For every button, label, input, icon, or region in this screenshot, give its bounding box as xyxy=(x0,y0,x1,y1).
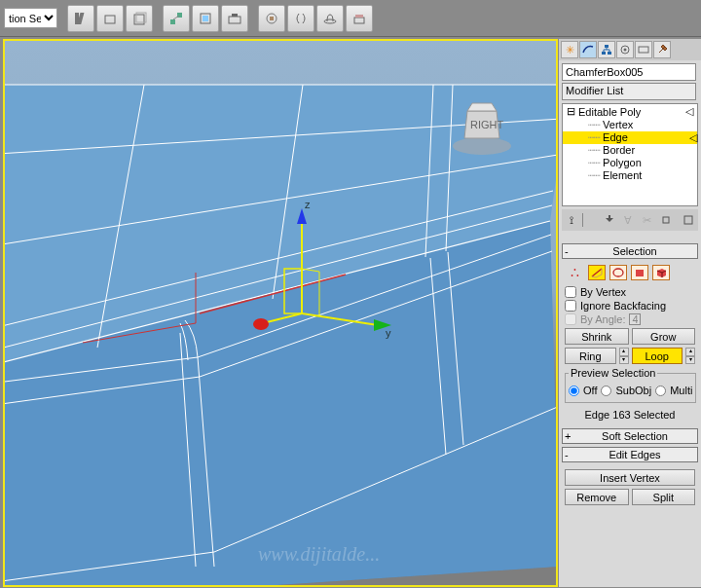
display-tab-icon[interactable] xyxy=(635,41,652,58)
svg-point-13 xyxy=(324,19,336,23)
svg-rect-53 xyxy=(602,52,606,55)
stack-sub-edge[interactable]: ┈┈ Edge◁ xyxy=(563,131,697,144)
svg-rect-5 xyxy=(170,19,175,24)
loop-button[interactable]: Loop xyxy=(632,348,683,364)
svg-rect-12 xyxy=(270,17,274,20)
svg-rect-61 xyxy=(636,270,644,276)
split-button[interactable]: Split xyxy=(632,489,696,505)
svg-point-56 xyxy=(624,49,627,52)
svg-rect-15 xyxy=(355,15,363,18)
create-tab-icon[interactable]: ✳ xyxy=(561,41,578,58)
svg-point-60 xyxy=(613,269,623,276)
stack-sub-vertex[interactable]: ┈┈ Vertex xyxy=(563,119,697,131)
by-angle-checkbox[interactable]: By Angle: xyxy=(565,313,695,325)
selection-rollout-header[interactable]: -Selection xyxy=(562,243,698,259)
border-subobj-icon[interactable] xyxy=(609,265,627,280)
motion-tab-icon[interactable] xyxy=(616,41,634,58)
svg-rect-14 xyxy=(354,18,364,23)
tool-icon-3[interactable] xyxy=(126,5,153,32)
stack-sub-border[interactable]: ┈┈ Border xyxy=(563,144,697,157)
by-vertex-checkbox[interactable]: By Vertex xyxy=(565,286,695,298)
selection-count-label: Edge 163 Selected xyxy=(565,404,695,423)
stack-sub-polygon[interactable]: ┈┈ Polygon xyxy=(563,157,697,169)
svg-text:z: z xyxy=(305,199,311,210)
tool-icon-2[interactable] xyxy=(96,5,124,32)
preview-off-radio[interactable] xyxy=(569,386,579,396)
ring-button[interactable]: Ring xyxy=(565,348,616,364)
configure-icon[interactable] xyxy=(658,212,673,228)
shrink-button[interactable]: Shrink xyxy=(565,328,629,345)
command-panel: ✳ Modifier List ⊟Editable Poly ◁ ┈┈ Vert… xyxy=(558,39,701,587)
ignore-backfacing-checkbox[interactable]: Ignore Backfacing xyxy=(565,300,695,312)
svg-rect-52 xyxy=(605,45,609,48)
pin-stack-icon[interactable]: ⟟ xyxy=(564,212,578,228)
tool-icon-4[interactable] xyxy=(163,5,190,32)
svg-rect-8 xyxy=(203,16,208,21)
loop-spinner[interactable]: ▴▾ xyxy=(685,348,695,364)
grow-button[interactable]: Grow xyxy=(632,328,696,345)
svg-point-49 xyxy=(453,137,511,155)
object-name-input[interactable] xyxy=(562,63,696,81)
svg-rect-57 xyxy=(639,47,648,53)
utilities-tab-icon[interactable] xyxy=(653,41,671,58)
svg-rect-9 xyxy=(229,17,240,23)
make-unique-icon[interactable]: ∀ xyxy=(620,212,635,228)
stack-editable-poly[interactable]: ⊟Editable Poly ◁ xyxy=(563,104,697,119)
svg-marker-51 xyxy=(467,103,497,111)
viewcube-right-label[interactable]: RIGHT xyxy=(470,119,504,130)
insert-vertex-button[interactable]: Insert Vertex xyxy=(565,469,695,486)
stack-options-icon[interactable] xyxy=(682,212,696,228)
edge-subobj-icon[interactable] xyxy=(588,265,606,280)
tool-icon-7[interactable] xyxy=(258,5,285,32)
remove-button[interactable]: Remove xyxy=(565,489,629,505)
viewport-perspective[interactable]: z y RIGHT www.dijitalde... xyxy=(3,39,558,587)
show-result-icon[interactable] xyxy=(602,212,616,228)
svg-point-45 xyxy=(253,318,269,330)
watermark: www.dijitalde... xyxy=(258,543,380,566)
svg-rect-54 xyxy=(608,52,611,55)
stack-sub-element[interactable]: ┈┈ Element xyxy=(563,169,697,182)
modifier-stack[interactable]: ⊟Editable Poly ◁ ┈┈ Vertex ┈┈ Edge◁ ┈┈ B… xyxy=(562,103,698,206)
tool-icon-9[interactable] xyxy=(316,5,344,32)
modify-tab-icon[interactable] xyxy=(579,41,597,58)
tool-icon-10[interactable] xyxy=(346,5,373,32)
element-subobj-icon[interactable] xyxy=(652,265,670,280)
soft-selection-rollout-header[interactable]: +Soft Selection xyxy=(562,428,698,444)
svg-rect-58 xyxy=(663,217,669,223)
svg-rect-2 xyxy=(105,16,115,23)
polygon-subobj-icon[interactable] xyxy=(631,265,648,280)
preview-multi-radio[interactable] xyxy=(655,386,666,396)
tool-icon-5[interactable] xyxy=(192,5,219,32)
tool-icon-1[interactable] xyxy=(67,5,94,32)
vertex-subobj-icon[interactable]: ∴ xyxy=(571,265,584,280)
hierarchy-tab-icon[interactable] xyxy=(598,41,615,58)
edit-edges-rollout-header[interactable]: -Edit Edges xyxy=(562,447,698,462)
svg-rect-10 xyxy=(232,14,238,17)
preview-selection-legend: Preview Selection xyxy=(569,367,657,379)
preview-subobj-radio[interactable] xyxy=(601,386,611,396)
svg-text:y: y xyxy=(386,327,391,339)
tool-icon-6[interactable] xyxy=(221,5,248,32)
selection-mode-select[interactable]: tion Se xyxy=(4,8,57,28)
modifier-list-dropdown[interactable]: Modifier List xyxy=(562,83,696,100)
tool-icon-8[interactable] xyxy=(287,5,314,32)
remove-mod-icon[interactable]: ✂ xyxy=(640,212,654,228)
svg-rect-59 xyxy=(684,216,692,224)
ring-spinner[interactable]: ▴▾ xyxy=(619,348,629,364)
